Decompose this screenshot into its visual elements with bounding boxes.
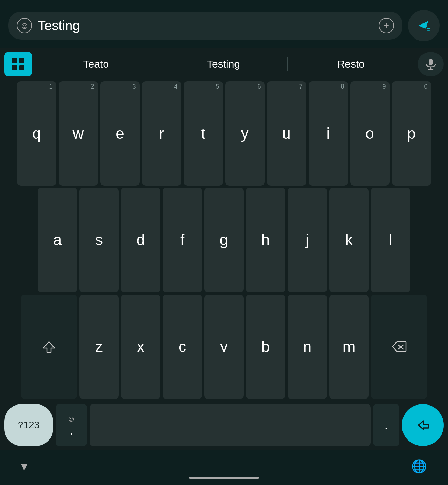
key-v[interactable]: v bbox=[204, 295, 244, 399]
message-input-text: Testing bbox=[38, 18, 373, 33]
keys-area: 1 q 2 w 3 e 4 r 5 t 6 y bbox=[0, 80, 448, 450]
apps-grid-icon bbox=[12, 58, 24, 70]
bottom-key-row: ?123 ☺ , . bbox=[2, 401, 446, 450]
key-y[interactable]: 6 y bbox=[225, 81, 265, 186]
top-bar: ☺ Testing + bbox=[0, 0, 448, 48]
key-row-3: z x c v b n m bbox=[2, 295, 446, 399]
key-p[interactable]: 0 p bbox=[392, 81, 431, 186]
key-f[interactable]: f bbox=[163, 188, 202, 292]
key-m[interactable]: m bbox=[329, 295, 369, 399]
key-c[interactable]: c bbox=[163, 295, 202, 399]
send-icon bbox=[416, 18, 432, 34]
suggestions-row: Teato Testing Resto bbox=[0, 48, 448, 80]
key-e[interactable]: 3 e bbox=[100, 81, 140, 186]
key-u[interactable]: 7 u bbox=[267, 81, 306, 186]
enter-icon bbox=[414, 416, 432, 434]
language-button[interactable]: 🌐 bbox=[411, 459, 427, 474]
key-h[interactable]: h bbox=[246, 188, 285, 292]
period-key[interactable]: . bbox=[373, 404, 399, 446]
key-q[interactable]: 1 q bbox=[17, 81, 56, 186]
key-k[interactable]: k bbox=[329, 188, 369, 292]
emoji-comma-key[interactable]: ☺ , bbox=[56, 404, 87, 446]
suggestion-testing[interactable]: Testing bbox=[160, 52, 287, 76]
key-g[interactable]: g bbox=[204, 188, 244, 292]
message-input-container[interactable]: ☺ Testing + bbox=[8, 12, 402, 40]
key-j[interactable]: j bbox=[288, 188, 327, 292]
suggestion-resto[interactable]: Resto bbox=[287, 52, 415, 76]
key-l[interactable]: l bbox=[371, 188, 410, 292]
mic-icon bbox=[424, 57, 438, 71]
key-x[interactable]: x bbox=[121, 295, 160, 399]
key-row-1: 1 q 2 w 3 e 4 r 5 t 6 y bbox=[2, 81, 446, 186]
key-i[interactable]: 8 i bbox=[309, 81, 348, 186]
svg-rect-3 bbox=[427, 30, 430, 30]
add-icon[interactable]: + bbox=[379, 18, 394, 33]
backspace-key[interactable] bbox=[371, 295, 427, 399]
shift-icon bbox=[41, 339, 57, 354]
key-s[interactable]: s bbox=[79, 188, 119, 292]
shift-key[interactable] bbox=[21, 295, 77, 399]
svg-rect-2 bbox=[427, 28, 430, 29]
key-a[interactable]: a bbox=[38, 188, 77, 292]
svg-point-1 bbox=[425, 26, 432, 33]
apps-button[interactable] bbox=[4, 52, 32, 76]
numpad-key[interactable]: ?123 bbox=[4, 404, 53, 446]
key-row-2: a s d f g h j k l bbox=[2, 188, 446, 292]
key-n[interactable]: n bbox=[288, 295, 327, 399]
emoji-icon[interactable]: ☺ bbox=[17, 18, 32, 33]
svg-line-9 bbox=[419, 425, 424, 429]
keyboard: Teato Testing Resto 1 q 2 w bbox=[0, 48, 448, 485]
space-key[interactable] bbox=[90, 404, 371, 446]
key-b[interactable]: b bbox=[246, 295, 285, 399]
key-r[interactable]: 4 r bbox=[142, 81, 181, 186]
bottom-nav: ▾ 🌐 bbox=[0, 450, 448, 485]
suggestions-list: Teato Testing Resto bbox=[32, 52, 415, 76]
mic-button[interactable] bbox=[418, 52, 444, 76]
home-bar bbox=[189, 477, 259, 479]
suggestion-teato[interactable]: Teato bbox=[32, 52, 160, 76]
key-w[interactable]: 2 w bbox=[59, 81, 98, 186]
key-t[interactable]: 5 t bbox=[184, 81, 223, 186]
hide-keyboard-button[interactable]: ▾ bbox=[21, 459, 27, 474]
key-z[interactable]: z bbox=[79, 295, 119, 399]
send-button[interactable] bbox=[408, 10, 440, 41]
backspace-icon bbox=[391, 339, 407, 354]
enter-key[interactable] bbox=[402, 404, 444, 446]
svg-rect-4 bbox=[429, 59, 433, 65]
key-d[interactable]: d bbox=[121, 188, 160, 292]
key-o[interactable]: 9 o bbox=[350, 81, 390, 186]
